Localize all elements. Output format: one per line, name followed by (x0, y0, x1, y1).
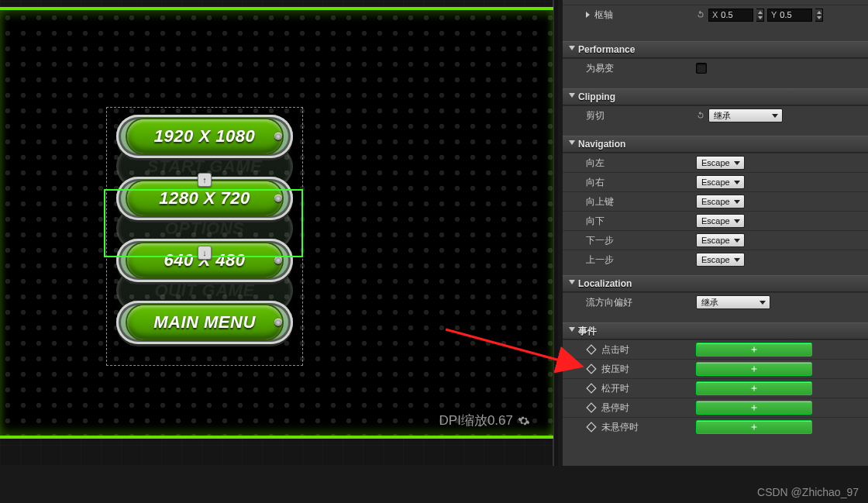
prop-row-clip: 剪切 继承 (563, 105, 868, 125)
dropdown-value: 继承 (714, 110, 731, 122)
axis-value: 0.5 (780, 10, 791, 19)
label-text: 松开时 (601, 382, 629, 395)
label-text: 剪切 (586, 109, 604, 122)
label-text: 向上键 (586, 195, 614, 208)
spacer (563, 78, 868, 88)
category-title: 事件 (578, 325, 597, 338)
category-title: Clipping (578, 91, 615, 102)
label-text: 点击时 (601, 343, 629, 357)
spacer (563, 269, 868, 275)
clip-dropdown[interactable]: 继承 (708, 109, 783, 122)
label-text: 枢轴 (594, 9, 613, 22)
category-performance[interactable]: Performance (563, 41, 868, 58)
category-title: Performance (578, 44, 635, 55)
dpi-label: DPI缩放0.67 (439, 412, 513, 429)
button-label: 1280 X 720 (159, 188, 250, 208)
add-event-button[interactable] (696, 343, 812, 357)
resolution-button-1080p[interactable]: 1920 X 1080 (116, 115, 293, 158)
preview-canvas[interactable]: START GAME OPTIONS QUIT GAME 1920 X 1080… (0, 7, 553, 439)
nav-up-dropdown[interactable]: Escape (696, 195, 745, 208)
dropdown-value: Escape (701, 236, 730, 245)
nav-right-dropdown[interactable]: Escape (696, 175, 745, 189)
pivot-y-input[interactable]: Y 0.5 (767, 9, 812, 22)
prop-row-nav-left: 向左 Escape (563, 153, 868, 172)
reorder-handle-up-icon[interactable]: ↑ (198, 173, 212, 187)
prop-row-nav-up: 向上键 Escape (563, 191, 868, 211)
dropdown-value: Escape (701, 197, 730, 206)
axis-label: X (712, 10, 718, 19)
axis-value: 0.5 (721, 10, 732, 19)
label-text: 流方向偏好 (586, 296, 632, 309)
prop-row-pivot: 枢轴 X 0.5 Y 0.5 (563, 5, 868, 24)
dropdown-value: Escape (701, 177, 730, 187)
label-text: 上一步 (586, 253, 614, 267)
add-event-button[interactable] (696, 401, 812, 415)
event-row-onhover: 悬停时 (563, 398, 868, 417)
reset-to-default-icon[interactable] (696, 111, 705, 120)
volatile-checkbox[interactable] (696, 63, 707, 74)
pivot-x-input[interactable]: X 0.5 (708, 9, 753, 22)
category-title: Localization (578, 278, 632, 289)
prop-row-volatile: 为易变 (563, 58, 868, 78)
category-navigation[interactable]: Navigation (563, 136, 868, 153)
nav-down-dropdown[interactable]: Escape (696, 214, 745, 228)
bottom-strip (0, 466, 868, 503)
chevron-down-icon (569, 280, 575, 288)
reset-to-default-icon[interactable] (696, 10, 705, 19)
spacer (563, 312, 868, 322)
nav-left-dropdown[interactable]: Escape (696, 156, 745, 170)
umg-designer-viewport[interactable]: START GAME OPTIONS QUIT GAME 1920 X 1080… (0, 0, 558, 466)
dropdown-value: Escape (701, 158, 730, 167)
event-row-onpress: 按压时 (563, 359, 868, 378)
dropdown-value: Escape (701, 255, 730, 264)
nav-prev-dropdown[interactable]: Escape (696, 253, 745, 267)
label-text: 未悬停时 (601, 421, 639, 434)
chevron-down-icon (569, 327, 575, 335)
spinner-icon[interactable] (815, 9, 823, 22)
add-event-button[interactable] (696, 420, 812, 434)
add-event-button[interactable] (696, 381, 812, 395)
category-events[interactable]: 事件 (563, 322, 868, 339)
dpi-scale-readout: DPI缩放0.67 (439, 412, 530, 429)
prop-label: 枢轴 (563, 9, 693, 22)
prop-row-nav-right: 向右 Escape (563, 172, 868, 191)
event-node-icon (586, 402, 597, 413)
event-row-onunhover: 未悬停时 (563, 417, 868, 436)
label-text: 向左 (586, 157, 604, 170)
details-panel[interactable]: 枢轴 X 0.5 Y 0.5 Performance 为易变 Clipping (563, 0, 868, 466)
category-localization[interactable]: Localization (563, 275, 868, 292)
event-node-icon (586, 344, 597, 355)
label-text: 下一步 (586, 234, 614, 247)
event-node-icon (586, 422, 597, 432)
chevron-down-icon (569, 140, 575, 148)
event-node-icon (586, 363, 597, 374)
spinner-icon[interactable] (756, 9, 764, 22)
label-text: 按压时 (601, 363, 629, 376)
expander-icon[interactable] (586, 12, 590, 18)
chevron-down-icon (569, 93, 575, 101)
nav-next-dropdown[interactable]: Escape (696, 233, 745, 247)
category-title: Navigation (578, 139, 625, 150)
menu-button-stack: 1920 X 1080 1280 X 720 640 X 480 MAIN ME… (116, 115, 293, 363)
event-row-onrelease: 松开时 (563, 378, 868, 398)
watermark: CSDN @Zhichao_97 (757, 486, 859, 498)
button-label: 1920 X 1080 (154, 126, 255, 146)
event-row-onclick: 点击时 (563, 339, 868, 359)
axis-label: Y (771, 10, 777, 19)
add-event-button[interactable] (696, 362, 812, 376)
prop-row-nav-down: 向下 Escape (563, 211, 868, 230)
label-text: 为易变 (586, 62, 614, 75)
label-text: 向下 (586, 215, 604, 228)
category-clipping[interactable]: Clipping (563, 88, 868, 105)
flow-dropdown[interactable]: 继承 (696, 295, 770, 309)
main-menu-button[interactable]: MAIN MENU (116, 301, 293, 344)
chevron-down-icon (569, 46, 575, 53)
dropdown-value: 继承 (701, 297, 718, 308)
viewport-grid: START GAME OPTIONS QUIT GAME 1920 X 1080… (0, 0, 554, 466)
button-label: MAIN MENU (153, 312, 256, 332)
gear-icon[interactable] (518, 415, 530, 427)
reorder-handle-down-icon[interactable]: ↓ (198, 246, 212, 260)
spacer (563, 125, 868, 136)
dropdown-value: Escape (701, 216, 730, 226)
prop-value: X 0.5 Y 0.5 (693, 9, 868, 22)
